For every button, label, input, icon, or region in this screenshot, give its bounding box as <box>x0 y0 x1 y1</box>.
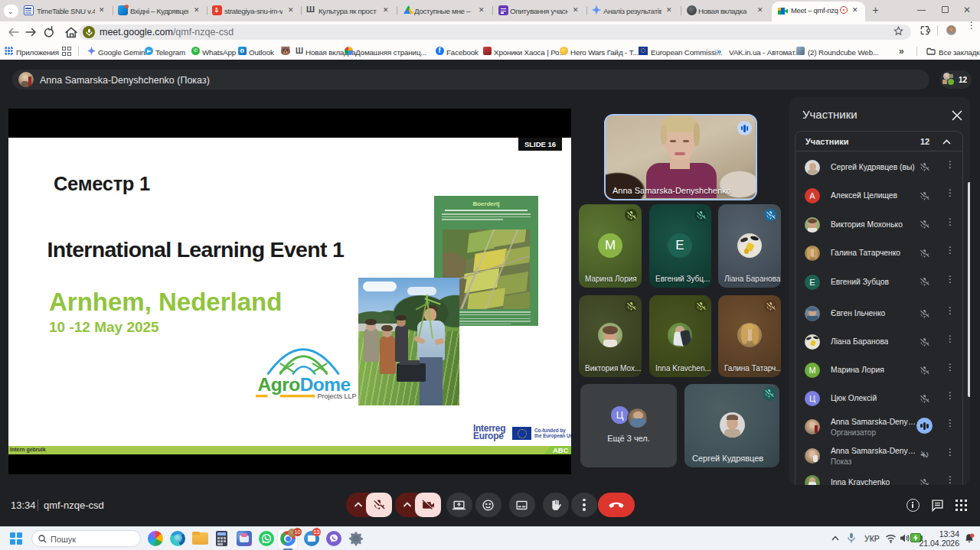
svg-text:Projects LLP: Projects LLP <box>318 392 357 400</box>
